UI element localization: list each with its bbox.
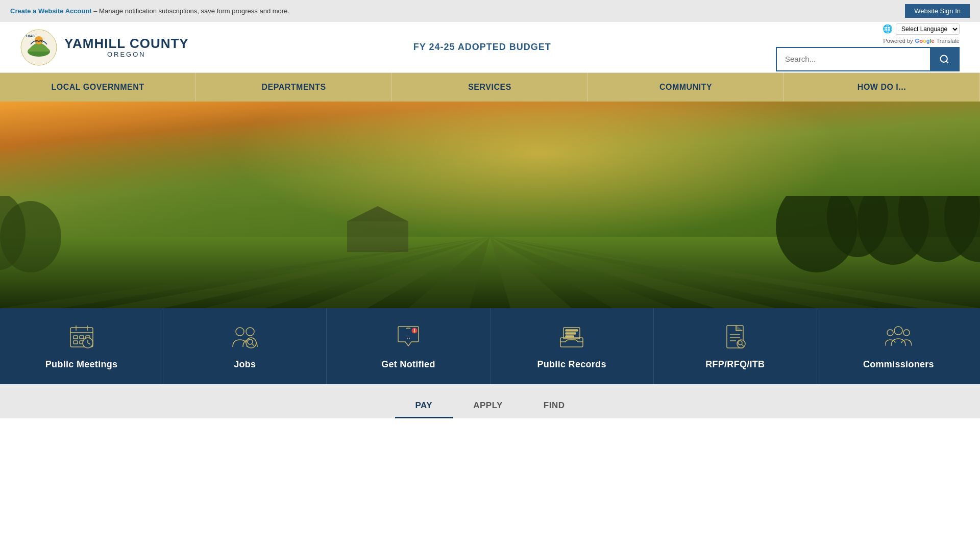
website-signin-button[interactable]: Website Sign In bbox=[905, 4, 970, 18]
tab-row: PAY APPLY FIND bbox=[0, 394, 980, 418]
globe-icon: 🌐 bbox=[883, 24, 893, 34]
people-icon bbox=[232, 323, 258, 350]
svg-point-52 bbox=[887, 330, 893, 336]
svg-rect-40 bbox=[566, 330, 578, 331]
google-logo: Google bbox=[915, 38, 935, 44]
svg-rect-23 bbox=[74, 341, 78, 344]
header-right: 🌐 Select Language Powered by Google Tran… bbox=[776, 23, 960, 71]
svg-point-51 bbox=[894, 327, 902, 335]
powered-by-text: Powered by bbox=[884, 38, 913, 44]
public-records-icon bbox=[557, 322, 586, 351]
county-name: YAMHILL COUNTY bbox=[64, 36, 189, 51]
tab-apply[interactable]: APPLY bbox=[453, 394, 523, 418]
commissioners-icon bbox=[884, 322, 913, 351]
search-button[interactable] bbox=[930, 48, 959, 70]
search-input[interactable] bbox=[777, 48, 930, 69]
inbox-icon bbox=[558, 323, 585, 350]
quick-link-public-records[interactable]: Public Records bbox=[491, 308, 654, 384]
svg-point-4 bbox=[941, 55, 947, 62]
bell-icon bbox=[395, 323, 422, 350]
svg-rect-20 bbox=[74, 336, 78, 339]
svg-marker-15 bbox=[347, 206, 408, 221]
quick-link-commissioners[interactable]: Commissioners bbox=[817, 308, 980, 384]
search-icon bbox=[939, 54, 949, 64]
state-name: OREGON bbox=[64, 51, 189, 58]
tab-find[interactable]: FIND bbox=[523, 394, 585, 418]
svg-rect-41 bbox=[566, 333, 576, 334]
top-bar: Create a Website Account – Manage notifi… bbox=[0, 0, 980, 22]
public-meetings-icon bbox=[67, 322, 96, 351]
svg-text:1843: 1843 bbox=[26, 34, 35, 38]
search-bar bbox=[776, 47, 960, 71]
svg-point-53 bbox=[903, 330, 910, 336]
nav-how-do-i[interactable]: HOW DO I... bbox=[784, 73, 980, 102]
svg-point-37 bbox=[414, 331, 415, 332]
svg-line-5 bbox=[946, 61, 948, 63]
vineyard-svg bbox=[0, 196, 980, 308]
svg-rect-42 bbox=[566, 336, 574, 337]
jobs-icon bbox=[231, 322, 259, 351]
public-records-label: Public Records bbox=[537, 359, 606, 370]
header: 1843 YAMHILL COUNTY OREGON FY 24-25 ADOP… bbox=[0, 22, 980, 73]
commissioners-label: Commissioners bbox=[863, 359, 934, 370]
create-account-link[interactable]: Create a Website Account bbox=[10, 7, 92, 15]
account-desc: – Manage notification subscriptions, sav… bbox=[93, 7, 289, 15]
main-nav: LOCAL GOVERNMENT DEPARTMENTS SERVICES CO… bbox=[0, 73, 980, 102]
logo-text: YAMHILL COUNTY OREGON bbox=[64, 36, 189, 58]
translate-area: 🌐 Select Language bbox=[883, 23, 960, 35]
logo-area: 1843 YAMHILL COUNTY OREGON bbox=[20, 29, 189, 66]
group-icon bbox=[885, 323, 912, 350]
county-logo: 1843 bbox=[20, 29, 57, 66]
quick-links-row: Public Meetings Jobs bbox=[0, 308, 980, 384]
get-notified-icon bbox=[394, 322, 423, 351]
svg-point-3 bbox=[35, 36, 43, 44]
nav-services[interactable]: SERVICES bbox=[392, 73, 588, 102]
public-meetings-label: Public Meetings bbox=[45, 359, 118, 370]
svg-point-28 bbox=[236, 328, 244, 336]
svg-point-29 bbox=[246, 328, 254, 336]
svg-rect-14 bbox=[347, 221, 408, 252]
nav-local-government[interactable]: LOCAL GOVERNMENT bbox=[0, 73, 196, 102]
svg-rect-21 bbox=[80, 336, 84, 339]
hero-image bbox=[0, 102, 980, 308]
quick-link-public-meetings[interactable]: Public Meetings bbox=[0, 308, 163, 384]
rfp-icon bbox=[721, 322, 749, 351]
bottom-section: PAY APPLY FIND bbox=[0, 384, 980, 418]
nav-community[interactable]: COMMUNITY bbox=[588, 73, 784, 102]
document-icon bbox=[722, 323, 748, 350]
get-notified-label: Get Notified bbox=[381, 359, 435, 370]
budget-banner: FY 24-25 ADOPTED BUDGET bbox=[413, 42, 551, 53]
tab-pay[interactable]: PAY bbox=[395, 394, 453, 418]
language-select[interactable]: Select Language bbox=[896, 23, 960, 35]
jobs-label: Jobs bbox=[234, 359, 256, 370]
quick-link-rfp[interactable]: RFP/RFQ/ITB bbox=[654, 308, 817, 384]
quick-link-get-notified[interactable]: Get Notified bbox=[327, 308, 490, 384]
rfp-label: RFP/RFQ/ITB bbox=[705, 359, 765, 370]
svg-marker-44 bbox=[736, 325, 742, 331]
quick-link-jobs[interactable]: Jobs bbox=[163, 308, 327, 384]
translate-powered: Powered by Google Translate bbox=[884, 38, 960, 44]
nav-departments[interactable]: DEPARTMENTS bbox=[196, 73, 392, 102]
translate-word: Translate bbox=[937, 38, 960, 44]
calendar-icon bbox=[68, 323, 95, 350]
